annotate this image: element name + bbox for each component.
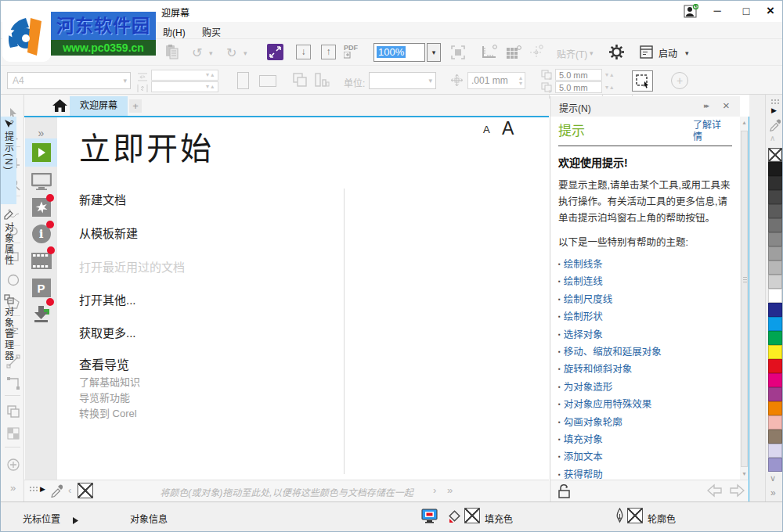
grid-toggle-icon[interactable] (505, 45, 522, 63)
duplicate-y-field[interactable]: 5.0 mm (555, 81, 602, 93)
redo-icon[interactable]: ↻ (226, 45, 236, 60)
undo-dropdown-icon[interactable]: ▾ (209, 49, 213, 57)
guidelines-toggle-icon[interactable] (529, 45, 544, 63)
link-new-document[interactable]: 新建文档 (79, 191, 126, 207)
palette-color-swatch[interactable] (768, 387, 782, 401)
units-combo[interactable]: ▾ (369, 72, 436, 89)
link-new-from-template[interactable]: 从模板新建 (79, 225, 138, 241)
welcome-nav-gallery[interactable] (25, 246, 57, 275)
palette-color-swatch[interactable] (768, 204, 782, 218)
text-size-small-button[interactable]: A (483, 124, 490, 135)
add-preset-icon[interactable]: + (671, 72, 688, 89)
welcome-nav-updates[interactable] (25, 300, 57, 328)
hint-topic-link[interactable]: 勾画对象轮廓 (558, 414, 732, 431)
palette-drag-handle[interactable] (29, 486, 38, 492)
new-tab-icon[interactable]: + (129, 99, 142, 113)
palette-color-swatch[interactable] (768, 430, 782, 444)
launch-dropdown-icon[interactable]: ▾ (685, 49, 689, 57)
palette-color-swatch[interactable] (768, 331, 782, 345)
eyedropper-tool[interactable] (3, 455, 23, 474)
palette-color-swatch[interactable] (768, 317, 782, 331)
palette-color-swatch[interactable] (768, 232, 782, 246)
portrait-orientation-icon[interactable] (237, 72, 249, 89)
hint-topic-link[interactable]: 选择对象 (558, 326, 732, 343)
docker-pin-icon[interactable]: ▸▸ (704, 102, 708, 110)
hint-back-icon[interactable] (707, 483, 723, 501)
fill-color-swatch[interactable] (464, 508, 480, 523)
undo-icon[interactable]: ↺ (192, 45, 202, 60)
palette-scroll-next-icon[interactable]: › (433, 484, 436, 496)
hint-topic-link[interactable]: 绘制形状 (558, 308, 732, 325)
palette-color-swatch[interactable] (768, 373, 782, 387)
palette-color-swatch[interactable] (768, 415, 782, 430)
palette-color-swatch[interactable] (768, 401, 782, 415)
color-none-swatch[interactable] (768, 148, 782, 162)
welcome-nav-whats-new[interactable] (25, 193, 57, 221)
launch-window-icon[interactable] (640, 45, 653, 62)
link-take-tour[interactable]: 查看导览 (79, 354, 129, 373)
welcome-nav-get-started[interactable] (25, 138, 57, 167)
corel-connect-icon[interactable] (267, 44, 283, 60)
import-icon[interactable]: ↓ (296, 45, 311, 59)
text-size-large-button[interactable]: A (502, 118, 514, 139)
all-pages-icon[interactable] (292, 72, 308, 91)
launch-menu[interactable]: 启动 (659, 46, 677, 59)
palette-color-swatch[interactable] (768, 275, 782, 289)
palette-overflow-icon[interactable]: » (447, 484, 453, 496)
welcome-nav-workspace[interactable] (25, 167, 57, 196)
account-sign-in-icon[interactable] (684, 4, 698, 21)
hint-topic-link[interactable]: 为对象造形 (558, 379, 732, 396)
lock-open-icon[interactable] (557, 483, 572, 502)
interactive-fill-tool[interactable] (3, 401, 23, 421)
palette-color-swatch[interactable] (768, 246, 782, 261)
color-palette-drag-handle[interactable] (770, 99, 779, 105)
hints-scroll-up-icon[interactable]: ▴ (740, 119, 749, 126)
menu-help[interactable]: 助(H) (160, 24, 189, 39)
nudge-offset-field[interactable]: .001 mm ▴▾ (467, 72, 525, 89)
palette-scroll-prev-icon[interactable]: ‹ (68, 484, 71, 496)
document-color-settings-icon[interactable] (421, 509, 438, 527)
cursor-position-flyout-icon[interactable] (73, 513, 78, 527)
palette-color-swatch[interactable] (768, 162, 782, 176)
export-icon[interactable]: ↑ (321, 45, 336, 59)
publish-pdf-icon[interactable]: PDF (344, 44, 358, 60)
color-palette-flyout-icon[interactable]: ▶ (771, 106, 777, 114)
welcome-nav-membership[interactable]: P (25, 274, 57, 302)
hint-topic-link[interactable]: 对对象应用特殊效果 (558, 396, 732, 413)
docker-tab-object-properties[interactable]: 对象属性 (1, 207, 16, 289)
hint-topic-link[interactable]: 绘制连线 (558, 273, 732, 290)
link-open-other[interactable]: 打开其他... (79, 291, 136, 307)
fullscreen-preview-icon[interactable] (450, 45, 466, 63)
palette-color-swatch[interactable] (768, 345, 782, 359)
snap-to-menu[interactable]: 贴齐(T) (557, 47, 587, 60)
zoom-level-combo[interactable]: 100% (373, 43, 425, 62)
toolbox-expand-icon[interactable]: » (3, 478, 23, 498)
welcome-nav-learn[interactable]: i (25, 220, 57, 248)
palette-color-swatch[interactable] (768, 359, 782, 373)
outline-color-swatch[interactable] (627, 508, 643, 523)
menu-buy[interactable]: 购买 (199, 24, 224, 39)
palette-color-swatch[interactable] (768, 261, 782, 275)
palette-color-swatch[interactable] (768, 218, 782, 232)
palette-color-swatch[interactable] (768, 289, 782, 303)
transparency-tool[interactable] (3, 423, 23, 443)
close-button[interactable]: × (761, 3, 780, 19)
duplicate-x-field[interactable]: 5.0 mm (555, 69, 602, 81)
link-tour-new-features[interactable]: 导览新功能 (79, 390, 130, 404)
minimize-button[interactable]: ─ (708, 3, 727, 19)
hint-topic-link[interactable]: 绘制线条 (558, 256, 732, 273)
color-palette-overflow-icon[interactable]: » (770, 487, 776, 498)
palette-color-swatch[interactable] (768, 458, 782, 472)
link-get-more[interactable]: 获取更多... (79, 324, 136, 340)
palette-flyout-icon[interactable]: ▶ (40, 485, 45, 493)
hint-topic-link[interactable]: 填充对象 (558, 431, 732, 448)
rulers-toggle-icon[interactable] (482, 45, 499, 63)
docker-close-icon[interactable]: × (723, 99, 730, 112)
zoom-level-dropdown-icon[interactable]: ▾ (427, 43, 441, 62)
hint-topic-link[interactable]: 旋转和倾斜对象 (558, 361, 732, 378)
link-switch-to-corel[interactable]: 转换到 Corel (79, 405, 137, 420)
hint-topic-link[interactable]: 添加文本 (558, 448, 732, 466)
hint-forward-icon[interactable] (729, 483, 745, 501)
docker-tab-object-manager[interactable]: 对象管理器 (1, 292, 16, 387)
hints-scrollbar-thumb[interactable] (741, 131, 748, 467)
